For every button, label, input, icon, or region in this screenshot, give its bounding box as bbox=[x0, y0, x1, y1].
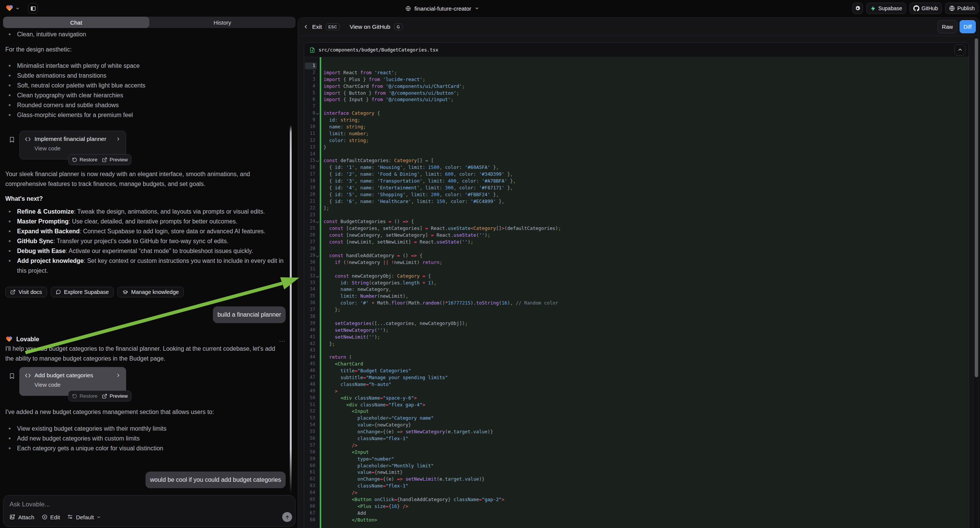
restore-button[interactable]: Restore bbox=[72, 393, 97, 399]
send-button[interactable] bbox=[282, 512, 292, 522]
code-scrollbar[interactable] bbox=[974, 37, 978, 528]
bullet-dot bbox=[9, 250, 11, 252]
raw-toggle-button[interactable]: Raw bbox=[937, 20, 957, 33]
message-menu-button[interactable]: ... bbox=[279, 336, 286, 343]
code-line: 38 bbox=[304, 313, 969, 320]
composer: Ask Lovable... Attach Edit Default bbox=[3, 495, 296, 527]
exit-button[interactable]: Exit ESC bbox=[304, 24, 340, 30]
code-line: 13} bbox=[304, 144, 969, 151]
code-line: 61 value={newLimit} bbox=[304, 469, 969, 476]
collapse-file-button[interactable] bbox=[954, 44, 966, 56]
bookmark-icon[interactable] bbox=[9, 373, 15, 379]
line-number: 31 bbox=[304, 266, 315, 273]
line-number: 42 bbox=[304, 340, 315, 347]
line-number: 41 bbox=[304, 334, 315, 340]
visit-docs-button[interactable]: Visit docs bbox=[5, 287, 47, 297]
code-line: 68 </Button> bbox=[304, 517, 969, 523]
sidebar-toggle-button[interactable] bbox=[28, 3, 38, 14]
bookmark-icon[interactable] bbox=[9, 136, 15, 143]
code-line: 57 /> bbox=[304, 442, 969, 449]
list-item: Subtle animations and transitions bbox=[5, 71, 286, 81]
code-line: 23 bbox=[304, 212, 969, 219]
assistant-header: Lovable ... bbox=[5, 335, 286, 344]
code-line: 12 color: string; bbox=[304, 137, 969, 144]
fold-chevron-icon[interactable] bbox=[316, 112, 319, 115]
line-number: 7 bbox=[304, 103, 315, 110]
fold-chevron-icon[interactable] bbox=[316, 254, 319, 257]
attach-button[interactable]: Attach bbox=[10, 514, 35, 520]
line-number: 23 bbox=[304, 212, 315, 219]
chat-scrollbar[interactable] bbox=[290, 125, 292, 493]
assistant-name: Lovable bbox=[16, 336, 39, 343]
line-number: 6 bbox=[304, 96, 315, 103]
code-line: 31 bbox=[304, 266, 969, 273]
code-icon bbox=[25, 137, 31, 142]
view-code-link[interactable]: View code bbox=[35, 145, 121, 151]
target-icon bbox=[42, 514, 48, 520]
code-scrollbar-thumb[interactable] bbox=[975, 38, 978, 377]
line-number: 59 bbox=[304, 456, 315, 463]
line-number: 53 bbox=[304, 415, 315, 421]
line-number: 58 bbox=[304, 449, 315, 456]
edit-mode-button[interactable]: Edit bbox=[42, 514, 60, 520]
explore-supabase-button[interactable]: Explore Supabase bbox=[51, 287, 114, 297]
code-line: 22]; bbox=[304, 205, 969, 212]
line-number: 43 bbox=[304, 347, 315, 354]
fold-chevron-icon[interactable] bbox=[316, 220, 319, 223]
bullet-dot bbox=[9, 33, 11, 35]
supabase-button[interactable]: Supabase bbox=[866, 3, 906, 14]
line-number: 11 bbox=[304, 130, 315, 137]
publish-button[interactable]: Publish bbox=[945, 3, 978, 14]
line-number: 64 bbox=[304, 489, 315, 496]
chat-input[interactable]: Ask Lovable... bbox=[10, 501, 289, 508]
chevron-right-icon bbox=[116, 373, 121, 378]
bullet-dot bbox=[9, 84, 11, 86]
model-select[interactable]: Default bbox=[67, 514, 101, 520]
tab-history[interactable]: History bbox=[149, 17, 296, 28]
line-number: 46 bbox=[304, 367, 315, 374]
line-number: 22 bbox=[304, 205, 315, 212]
settings-button[interactable] bbox=[852, 3, 863, 14]
code-line: 55 onChange={(e) => setNewCategory(e.tar… bbox=[304, 428, 969, 435]
code-line: 5import { Button } from '@/components/ui… bbox=[304, 90, 969, 97]
line-number: 51 bbox=[304, 401, 315, 408]
code-line: 25 const [categories, setCategories] = R… bbox=[304, 225, 969, 232]
summary-paragraph: Your sleek financial planner is now read… bbox=[5, 169, 286, 189]
whats-next-heading: What's next? bbox=[5, 194, 286, 204]
line-number: 29 bbox=[304, 252, 315, 259]
project-switcher[interactable]: financial-future-creator bbox=[405, 0, 479, 17]
external-link-icon bbox=[102, 394, 107, 399]
bullet-dot bbox=[9, 220, 11, 222]
code-line: 59 type="number" bbox=[304, 456, 969, 463]
line-number: 55 bbox=[304, 428, 315, 435]
line-number: 9 bbox=[304, 117, 315, 124]
project-name: financial-future-creator bbox=[414, 5, 471, 12]
view-code-link[interactable]: View code bbox=[35, 382, 121, 388]
view-on-github-button[interactable]: View on GitHub G bbox=[350, 24, 402, 30]
tab-chat[interactable]: Chat bbox=[3, 17, 149, 28]
manage-knowledge-button[interactable]: Manage knowledge bbox=[118, 287, 184, 297]
line-number: 62 bbox=[304, 476, 315, 483]
fold-chevron-icon[interactable] bbox=[316, 159, 319, 162]
lovable-logo[interactable] bbox=[5, 4, 20, 13]
line-number: 65 bbox=[304, 496, 315, 503]
restore-button[interactable]: Restore bbox=[72, 157, 97, 162]
code-line: 8interface Category { bbox=[304, 110, 969, 117]
code-line: 21 { id: '6', name: 'Healthcare', limit:… bbox=[304, 198, 969, 205]
file-header[interactable]: src/components/budget/BudgetCategories.t… bbox=[304, 43, 969, 57]
code-view[interactable]: 12import React from 'react';3import { Pl… bbox=[304, 57, 969, 528]
preview-button[interactable]: Preview bbox=[102, 393, 128, 399]
chat-panel: Chat History Clean, intuitive navigation… bbox=[3, 17, 296, 528]
diff-toggle-button[interactable]: Diff bbox=[959, 20, 976, 33]
preview-button[interactable]: Preview bbox=[102, 157, 128, 162]
manage-knowledge-label: Manage knowledge bbox=[131, 289, 179, 295]
preview-label: Preview bbox=[110, 393, 128, 399]
github-button[interactable]: GitHub bbox=[910, 3, 942, 14]
code-line: 7 bbox=[304, 103, 969, 110]
line-number: 13 bbox=[304, 144, 315, 151]
code-line: 37 }; bbox=[304, 307, 969, 313]
code-line: 39 setCategories([...categories, newCate… bbox=[304, 320, 969, 327]
external-link-icon bbox=[10, 289, 16, 295]
fold-chevron-icon[interactable] bbox=[316, 275, 319, 278]
line-number: 10 bbox=[304, 124, 315, 130]
